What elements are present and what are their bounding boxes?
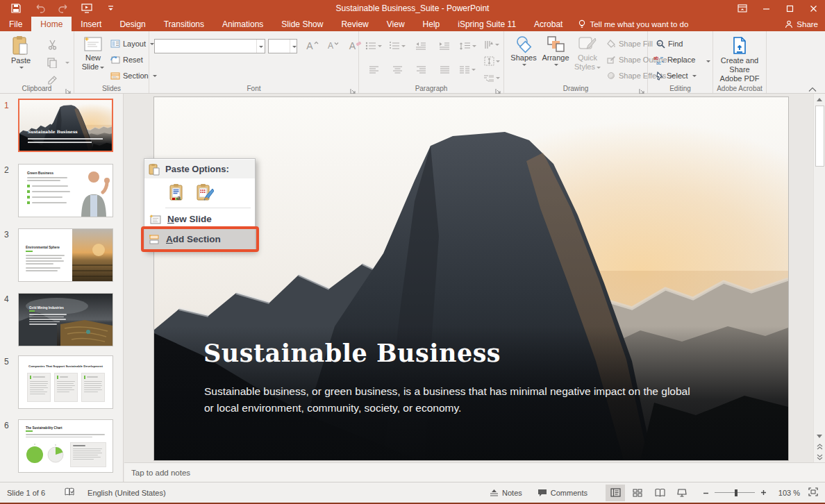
justify-icon[interactable] [435, 62, 453, 77]
decrease-indent-icon[interactable] [412, 38, 430, 53]
increase-font-size-icon[interactable]: A [303, 38, 322, 53]
scroll-up-icon[interactable] [814, 94, 825, 105]
slide-thumbnail-2[interactable]: Green Business [18, 164, 113, 217]
tab-file[interactable]: File [0, 17, 31, 31]
quick-styles-button[interactable]: Quick Styles [572, 35, 603, 72]
zoom-out-button[interactable] [703, 487, 709, 498]
cut-icon[interactable] [43, 37, 61, 52]
columns-icon[interactable] [458, 62, 476, 77]
save-icon[interactable] [10, 3, 22, 14]
fit-slide-to-window-button[interactable] [808, 487, 818, 498]
convert-to-smartart-icon[interactable] [481, 70, 502, 85]
redo-icon[interactable] [57, 3, 69, 14]
text-direction-icon[interactable] [481, 37, 502, 52]
font-name-dropdown-icon[interactable] [256, 40, 265, 53]
editor-canvas[interactable]: Sustainable Business Sustainable busines… [124, 94, 813, 462]
maximize-button[interactable] [778, 0, 801, 17]
numbering-icon[interactable] [388, 38, 406, 53]
drawing-dialog-launcher-icon[interactable] [639, 85, 645, 91]
ribbon-display-options-icon[interactable] [731, 0, 754, 17]
tab-review[interactable]: Review [332, 17, 377, 31]
paragraph-dialog-launcher-icon[interactable] [495, 85, 501, 91]
scroll-down-icon[interactable] [814, 430, 825, 442]
scrollbar-thumb[interactable] [815, 106, 824, 167]
arrange-button[interactable]: Arrange [540, 35, 571, 67]
zoom-slider[interactable] [715, 489, 755, 497]
customize-qat-icon[interactable] [104, 3, 117, 14]
next-slide-icon[interactable] [814, 452, 825, 462]
font-size-dropdown-icon[interactable] [290, 40, 297, 53]
zoom-slider-thumb[interactable] [735, 489, 738, 496]
tab-insert[interactable]: Insert [72, 17, 110, 31]
copy-icon[interactable] [43, 55, 61, 70]
vertical-scrollbar[interactable] [813, 94, 825, 462]
zoom-level[interactable]: 103 % [775, 489, 800, 497]
tab-transitions[interactable]: Transitions [155, 17, 213, 31]
new-slide-button[interactable]: New Slide [78, 35, 108, 72]
minimize-button[interactable] [754, 0, 778, 17]
notes-toggle[interactable]: Notes [490, 489, 522, 497]
start-from-beginning-icon[interactable] [81, 3, 93, 14]
shapes-button[interactable]: Shapes [508, 35, 539, 67]
tab-home[interactable]: Home [31, 17, 72, 31]
share-button[interactable]: Share [785, 17, 818, 31]
paste-use-destination-theme-icon[interactable] [194, 182, 215, 203]
slide-thumbnail-4[interactable]: Gold Mining Industries [18, 293, 113, 346]
reading-view-button[interactable] [650, 485, 669, 501]
notes-placeholder[interactable]: Tap to add notes [131, 469, 190, 477]
reset-button[interactable]: Reset [110, 53, 143, 67]
notes-pane[interactable]: Tap to add notes [124, 462, 825, 482]
clipboard-dialog-launcher-icon[interactable] [65, 85, 72, 91]
comments-toggle[interactable]: Comments [538, 489, 588, 497]
slide-indicator[interactable]: Slide 1 of 6 [7, 489, 45, 497]
create-and-share-adobe-pdf-button[interactable]: Create and Share Adobe PDF [715, 37, 764, 83]
slide-title[interactable]: Sustainable Business [203, 339, 501, 367]
find-button[interactable]: Find [656, 37, 683, 51]
slide-thumbnail-5[interactable]: Companies That Support Sustainable Devel… [18, 355, 113, 409]
slide-thumbnail-3[interactable]: Environmental Sphere [18, 228, 113, 282]
language-indicator[interactable]: English (United States) [88, 489, 166, 497]
align-left-icon[interactable] [365, 62, 383, 77]
zoom-in-button[interactable] [760, 489, 767, 497]
replace-dropdown-icon[interactable] [706, 60, 710, 65]
undo-icon[interactable] [33, 3, 46, 14]
menu-item-add-section[interactable]: Add Section [144, 228, 255, 249]
align-text-icon[interactable] [481, 53, 502, 69]
bullets-icon[interactable] [365, 38, 383, 53]
slide-thumbnail-1[interactable]: Sustainable Business [18, 99, 113, 152]
align-center-icon[interactable] [388, 62, 406, 77]
font-name-combo[interactable] [154, 39, 265, 53]
select-button[interactable]: Select [656, 69, 697, 83]
previous-slide-icon[interactable] [814, 442, 825, 452]
paste-button[interactable]: Paste [6, 35, 36, 69]
close-button[interactable] [801, 0, 825, 17]
line-spacing-icon[interactable] [458, 38, 476, 53]
font-size-input[interactable] [269, 40, 290, 53]
tab-animations[interactable]: Animations [213, 17, 272, 31]
slide-thumbnail-6[interactable]: The Sustainability Chart [18, 419, 113, 473]
tab-acrobat[interactable]: Acrobat [525, 17, 572, 31]
font-name-input[interactable] [155, 40, 256, 53]
tab-slide-show[interactable]: Slide Show [272, 17, 332, 31]
layout-button[interactable]: Layout [110, 37, 154, 51]
increase-indent-icon[interactable] [435, 38, 453, 53]
spell-check-icon[interactable] [65, 487, 75, 498]
tab-design[interactable]: Design [110, 17, 154, 31]
replace-button[interactable]: abacReplace [653, 53, 695, 67]
normal-view-button[interactable] [606, 485, 625, 501]
slide-show-button[interactable] [672, 485, 692, 501]
align-right-icon[interactable] [412, 62, 430, 77]
font-dialog-launcher-icon[interactable] [350, 85, 356, 91]
font-size-combo[interactable] [268, 39, 297, 53]
tab-view[interactable]: View [378, 17, 414, 31]
decrease-font-size-icon[interactable]: A [324, 38, 342, 53]
copy-dropdown-icon[interactable] [65, 62, 69, 66]
tab-help[interactable]: Help [414, 17, 449, 31]
slide-sorter-view-button[interactable] [628, 485, 647, 501]
paste-keep-text-only-icon[interactable]: a [167, 182, 188, 203]
tell-me-box[interactable]: Tell me what you want to do [572, 17, 695, 31]
menu-item-new-slide[interactable]: New Slide [144, 210, 255, 228]
tab-ispring-suite[interactable]: iSpring Suite 11 [449, 17, 525, 31]
slide-body-text[interactable]: Sustainable business, or green business,… [204, 383, 697, 417]
current-slide[interactable]: Sustainable Business Sustainable busines… [154, 97, 788, 460]
